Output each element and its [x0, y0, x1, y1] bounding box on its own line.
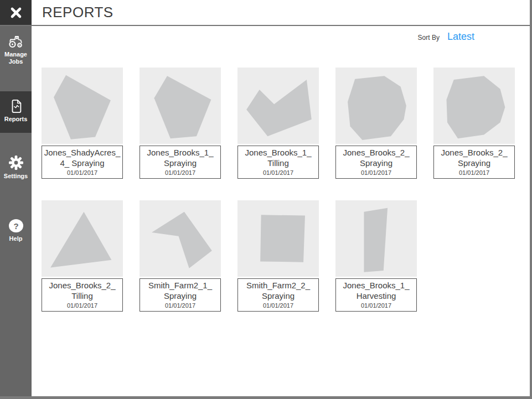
field-boundary-thumbnail	[42, 68, 123, 144]
sidebar-item-label: Manage Jobs	[4, 51, 27, 65]
report-title: Jones_Brooks_2_ Tilling	[43, 280, 122, 301]
report-date: 01/01/2017	[43, 302, 122, 309]
report-card[interactable]: Jones_Brooks_2_ Spraying 01/01/2017	[433, 68, 515, 179]
report-label-box: Jones_Brooks_2_ Spraying 01/01/2017	[433, 146, 515, 179]
close-button[interactable]	[0, 0, 32, 25]
report-date: 01/01/2017	[337, 169, 416, 177]
sidebar-item-reports[interactable]: Reports	[0, 91, 32, 133]
report-card[interactable]: Jones_ShadyAcres_4_ Spraying 01/01/2017	[42, 68, 123, 179]
report-card[interactable]: Jones_Brooks_2_ Tilling 01/01/2017	[42, 200, 123, 312]
field-boundary-thumbnail	[335, 68, 417, 144]
report-label-box: Jones_Brooks_2_ Tilling 01/01/2017	[42, 278, 123, 312]
report-document-icon	[9, 99, 23, 113]
header: REPORTS	[0, 0, 530, 26]
sidebar-item-settings[interactable]: Settings	[0, 152, 32, 185]
report-title: Jones_Brooks_1_ Tilling	[239, 147, 318, 168]
report-label-box: Jones_Brooks_2_ Spraying 01/01/2017	[335, 146, 417, 179]
field-boundary-thumbnail	[335, 200, 417, 277]
help-question-icon: ?	[8, 219, 24, 233]
sidebar-item-label: Reports	[4, 116, 28, 123]
report-card[interactable]: Jones_Brooks_1_ Harvesting 01/01/2017	[335, 200, 417, 312]
report-title: Jones_Brooks_2_ Spraying	[337, 147, 416, 168]
report-label-box: Smith_Farm2_2_ Spraying 01/01/2017	[237, 278, 319, 312]
title-bar: REPORTS	[32, 0, 530, 25]
report-card[interactable]: Jones_Brooks_1_ Spraying 01/01/2017	[140, 68, 221, 179]
tractor-icon	[8, 34, 24, 49]
report-title: Jones_ShadyAcres_4_ Spraying	[43, 147, 122, 168]
report-title: Smith_Farm2_2_ Spraying	[239, 280, 318, 301]
report-label-box: Jones_Brooks_1_ Tilling 01/01/2017	[237, 146, 319, 179]
report-label-box: Smith_Farm2_1_ Spraying 01/01/2017	[140, 278, 221, 312]
gear-icon	[8, 155, 24, 170]
report-date: 01/01/2017	[141, 302, 220, 309]
sidebar-item-label: Settings	[4, 173, 28, 180]
report-date: 01/01/2017	[435, 169, 514, 177]
report-date: 01/01/2017	[239, 302, 318, 309]
page-title: REPORTS	[42, 4, 113, 21]
sidebar-item-label: Help	[9, 235, 23, 242]
reports-grid: Jones_ShadyAcres_4_ Spraying 01/01/2017 …	[42, 68, 518, 312]
report-card[interactable]: Jones_Brooks_2_ Spraying 01/01/2017	[335, 68, 417, 179]
svg-text:?: ?	[13, 221, 18, 231]
sidebar: Manage Jobs Reports	[0, 26, 32, 396]
report-date: 01/01/2017	[43, 169, 122, 177]
field-boundary-thumbnail	[42, 200, 123, 277]
report-label-box: Jones_ShadyAcres_4_ Spraying 01/01/2017	[42, 146, 123, 179]
report-card[interactable]: Smith_Farm2_2_ Spraying 01/01/2017	[237, 200, 319, 312]
sort-by-label: Sort By	[418, 34, 440, 42]
sidebar-item-help[interactable]: ? Help	[0, 215, 32, 248]
field-boundary-thumbnail	[140, 200, 221, 277]
close-icon	[9, 6, 23, 19]
report-title: Jones_Brooks_1_ Harvesting	[337, 280, 416, 301]
reports-window: REPORTS Manage Jobs	[0, 0, 532, 399]
field-boundary-thumbnail	[237, 200, 319, 277]
field-boundary-thumbnail	[140, 68, 221, 144]
sidebar-item-manage-jobs[interactable]: Manage Jobs	[0, 31, 32, 71]
sort-value-dropdown[interactable]: Latest	[447, 31, 474, 43]
reports-panel: Sort By Latest Jones_ShadyAcres_4_ Spray…	[32, 26, 530, 396]
field-boundary-thumbnail	[433, 68, 515, 144]
report-date: 01/01/2017	[239, 169, 318, 177]
report-card[interactable]: Jones_Brooks_1_ Tilling 01/01/2017	[237, 68, 319, 179]
report-card[interactable]: Smith_Farm2_1_ Spraying 01/01/2017	[140, 200, 221, 312]
report-date: 01/01/2017	[141, 169, 220, 177]
report-title: Jones_Brooks_2_ Spraying	[435, 147, 514, 168]
report-label-box: Jones_Brooks_1_ Spraying 01/01/2017	[140, 146, 221, 179]
report-date: 01/01/2017	[337, 302, 416, 309]
field-boundary-thumbnail	[237, 68, 319, 144]
report-label-box: Jones_Brooks_1_ Harvesting 01/01/2017	[335, 278, 417, 312]
sort-bar: Sort By Latest	[32, 31, 530, 45]
report-title: Jones_Brooks_1_ Spraying	[141, 147, 220, 168]
report-title: Smith_Farm2_1_ Spraying	[141, 280, 220, 301]
